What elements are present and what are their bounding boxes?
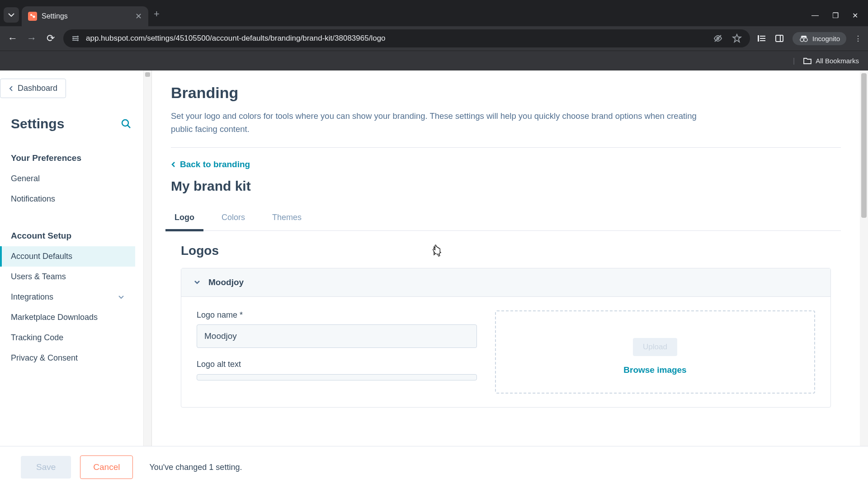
chevron-down-icon <box>194 280 200 285</box>
tab-close-icon[interactable]: ✕ <box>135 11 142 21</box>
svg-point-6 <box>77 36 79 38</box>
side-panel-icon[interactable] <box>774 33 784 43</box>
logo-name-input[interactable] <box>197 324 477 348</box>
tab-title: Settings <box>42 12 131 20</box>
sidebar-title: Settings <box>11 116 135 131</box>
bookmark-star-icon[interactable] <box>732 33 742 43</box>
folder-icon <box>803 57 812 65</box>
svg-rect-3 <box>72 36 77 37</box>
chevron-left-icon <box>171 161 175 168</box>
tab-themes[interactable]: Themes <box>269 206 305 230</box>
sidebar-item-privacy-consent[interactable]: Privacy & Consent <box>0 348 135 368</box>
page-title: Branding <box>171 84 841 102</box>
dashboard-back-button[interactable]: Dashboard <box>0 79 66 98</box>
site-settings-icon[interactable] <box>71 34 80 42</box>
sidebar-item-marketplace-downloads[interactable]: Marketplace Downloads <box>0 307 135 328</box>
sidebar-item-users-teams[interactable]: Users & Teams <box>0 267 135 287</box>
sidebar-item-tracking-code[interactable]: Tracking Code <box>0 328 135 348</box>
tab-colors[interactable]: Colors <box>218 206 249 230</box>
dashboard-label: Dashboard <box>18 84 57 93</box>
browser-tab[interactable]: Settings ✕ <box>22 6 148 26</box>
browser-tab-strip: Settings ✕ + — ❐ ✕ <box>0 0 868 26</box>
back-link-label: Back to branding <box>180 160 250 169</box>
all-bookmarks-button[interactable]: All Bookmarks <box>803 57 859 65</box>
svg-line-20 <box>127 125 130 128</box>
sidebar-item-account-defaults[interactable]: Account Defaults <box>0 246 135 267</box>
accordion-title: Moodjoy <box>208 277 244 287</box>
sidebar-scrollbar[interactable] <box>144 70 152 488</box>
page-description: Set your logo and colors for tools where… <box>171 110 718 136</box>
incognito-badge[interactable]: Incognito <box>793 32 846 45</box>
browse-images-link[interactable]: Browse images <box>623 365 686 375</box>
brand-kit-tabs: Logo Colors Themes <box>171 206 841 231</box>
section-header-account-setup: Account Setup <box>11 231 135 241</box>
sidebar-item-notifications[interactable]: Notifications <box>0 189 135 209</box>
address-bar[interactable]: app.hubspot.com/settings/45105500/accoun… <box>63 29 750 47</box>
main-scrollbar[interactable] <box>860 70 868 488</box>
brand-kit-title: My brand kit <box>171 178 841 194</box>
sidebar-item-label: Integrations <box>11 292 53 302</box>
svg-point-19 <box>122 120 128 126</box>
new-tab-button[interactable]: + <box>154 8 160 20</box>
main-content: Branding Set your logo and colors for to… <box>152 70 868 488</box>
svg-rect-14 <box>760 40 765 41</box>
chevron-down-icon <box>118 295 124 300</box>
logo-alt-label: Logo alt text <box>197 360 477 369</box>
svg-point-18 <box>804 38 807 42</box>
logo-name-label: Logo name * <box>197 310 477 320</box>
minimize-icon[interactable]: — <box>811 11 819 20</box>
logo-upload-area[interactable]: Upload Browse images <box>495 310 815 394</box>
cancel-button[interactable]: Cancel <box>80 455 133 479</box>
svg-rect-11 <box>758 35 759 42</box>
accordion-header[interactable]: Moodjoy <box>181 268 830 297</box>
svg-point-17 <box>800 38 804 42</box>
back-button[interactable]: ← <box>6 33 19 44</box>
close-window-icon[interactable]: ✕ <box>852 11 858 20</box>
all-bookmarks-label: All Bookmarks <box>816 57 859 65</box>
incognito-icon <box>799 35 809 42</box>
back-to-branding-link[interactable]: Back to branding <box>171 160 250 169</box>
sidebar-item-general[interactable]: General <box>0 169 135 189</box>
tab-search-button[interactable] <box>4 7 19 23</box>
svg-rect-5 <box>72 40 77 41</box>
svg-point-7 <box>72 38 74 39</box>
maximize-icon[interactable]: ❐ <box>832 11 839 20</box>
chevron-left-icon <box>9 85 13 92</box>
save-button[interactable]: Save <box>21 456 71 479</box>
reading-list-icon[interactable] <box>756 33 766 43</box>
divider <box>171 147 841 148</box>
forward-button[interactable]: → <box>25 33 38 44</box>
search-icon[interactable] <box>121 118 132 129</box>
eye-off-icon[interactable] <box>713 33 723 43</box>
browser-menu-icon[interactable]: ⋮ <box>854 34 862 43</box>
bookmarks-bar: | All Bookmarks <box>0 51 868 70</box>
url-text: app.hubspot.com/settings/45105500/accoun… <box>86 34 707 43</box>
browser-toolbar: ← → ⟳ app.hubspot.com/settings/45105500/… <box>0 26 868 51</box>
svg-rect-13 <box>760 38 765 39</box>
bookmarks-divider: | <box>793 57 795 65</box>
settings-sidebar: Dashboard Settings Your Preferences Gene… <box>0 70 144 488</box>
tab-logo[interactable]: Logo <box>171 206 198 230</box>
upload-button[interactable]: Upload <box>633 338 677 356</box>
chevron-down-icon <box>8 13 14 17</box>
hubspot-favicon-icon <box>28 12 37 21</box>
logo-accordion: Moodjoy Logo name * Logo alt text Upload… <box>181 268 831 408</box>
svg-rect-4 <box>74 38 79 39</box>
svg-point-8 <box>77 39 79 41</box>
logos-section-title: Logos <box>181 244 841 258</box>
svg-rect-12 <box>760 36 765 37</box>
save-bar: Save Cancel You've changed 1 setting. <box>0 446 868 488</box>
sidebar-item-integrations[interactable]: Integrations <box>0 287 135 307</box>
section-header-preferences: Your Preferences <box>11 153 135 163</box>
logo-alt-input[interactable] <box>197 374 477 380</box>
reload-button[interactable]: ⟳ <box>44 33 57 44</box>
save-status-message: You've changed 1 setting. <box>149 463 242 472</box>
incognito-label: Incognito <box>812 35 840 42</box>
svg-rect-15 <box>776 35 783 42</box>
